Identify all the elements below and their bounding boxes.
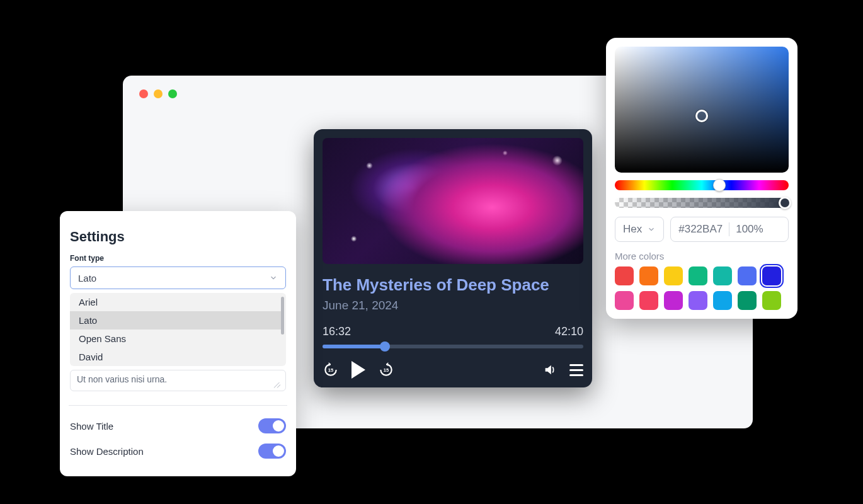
show-description-toggle[interactable] bbox=[258, 444, 286, 459]
swatch-13[interactable] bbox=[762, 291, 781, 310]
swatch-0[interactable] bbox=[615, 266, 634, 285]
font-option-open-sans[interactable]: Open Sans bbox=[70, 329, 282, 348]
chevron-down-icon bbox=[269, 273, 278, 282]
media-artwork bbox=[323, 138, 583, 264]
swatch-12[interactable] bbox=[738, 291, 757, 310]
show-title-toggle[interactable] bbox=[258, 418, 286, 433]
font-option-david[interactable]: David bbox=[70, 348, 282, 366]
swatch-10[interactable] bbox=[689, 291, 707, 310]
toggle-knob bbox=[273, 445, 284, 457]
queue-menu-button[interactable] bbox=[569, 364, 583, 376]
font-option-lato[interactable]: Lato bbox=[70, 311, 282, 329]
volume-icon bbox=[543, 363, 557, 377]
swatch-6[interactable] bbox=[762, 266, 781, 285]
window-minimize-button[interactable] bbox=[154, 89, 163, 98]
time-row: 16:32 42:10 bbox=[323, 325, 583, 338]
media-date: June 21, 2024 bbox=[323, 299, 583, 312]
volume-button[interactable] bbox=[543, 363, 557, 377]
description-textarea[interactable]: Ut non varius nisi urna. bbox=[70, 370, 286, 391]
saturation-value-area[interactable] bbox=[615, 47, 789, 173]
settings-panel: Settings Font type Lato Ariel Lato Open … bbox=[60, 211, 296, 476]
font-option-ariel[interactable]: Ariel bbox=[70, 293, 282, 311]
swatch-1[interactable] bbox=[639, 266, 658, 285]
font-type-label: Font type bbox=[70, 254, 286, 263]
font-type-selected-value: Lato bbox=[78, 273, 96, 284]
toggle-knob bbox=[273, 420, 284, 432]
progress-slider[interactable] bbox=[323, 345, 583, 348]
hex-value: #322BA7 bbox=[678, 223, 723, 236]
alpha-value: 100% bbox=[736, 223, 763, 236]
alpha-thumb[interactable] bbox=[779, 197, 791, 209]
font-type-select[interactable]: Lato bbox=[70, 266, 286, 289]
alpha-slider[interactable] bbox=[615, 198, 789, 208]
color-format-value: Hex bbox=[623, 223, 642, 236]
player-controls: 15 15 bbox=[323, 361, 583, 379]
swatch-3[interactable] bbox=[689, 266, 707, 285]
swatch-11[interactable] bbox=[713, 291, 732, 310]
color-format-select[interactable]: Hex bbox=[615, 217, 664, 242]
media-player: The Mysteries of Deep Space June 21, 202… bbox=[314, 129, 592, 387]
svg-text:15: 15 bbox=[328, 367, 333, 373]
play-icon bbox=[351, 361, 365, 379]
swatches bbox=[615, 266, 789, 310]
hue-thumb[interactable] bbox=[713, 179, 726, 192]
resize-handle-icon[interactable] bbox=[275, 382, 282, 388]
chevron-down-icon bbox=[647, 225, 656, 234]
font-type-dropdown: Ariel Lato Open Sans David bbox=[70, 293, 286, 366]
time-elapsed: 16:32 bbox=[323, 325, 351, 338]
swatch-5[interactable] bbox=[738, 266, 757, 285]
skip-forward-15-button[interactable]: 15 bbox=[378, 362, 394, 378]
skip-back-15-button[interactable]: 15 bbox=[323, 362, 339, 378]
swatch-4[interactable] bbox=[713, 266, 732, 285]
input-divider bbox=[729, 222, 729, 236]
time-duration: 42:10 bbox=[555, 325, 583, 338]
sv-thumb[interactable] bbox=[695, 110, 708, 122]
svg-text:15: 15 bbox=[384, 367, 389, 373]
divider bbox=[69, 405, 287, 406]
progress-fill bbox=[323, 345, 385, 348]
more-colors-label: More colors bbox=[615, 251, 789, 261]
settings-title: Settings bbox=[70, 229, 286, 245]
window-close-button[interactable] bbox=[139, 89, 148, 98]
show-description-row: Show Description bbox=[70, 438, 286, 464]
show-title-label: Show Title bbox=[70, 421, 113, 432]
media-title: The Mysteries of Deep Space bbox=[323, 275, 583, 295]
swatch-2[interactable] bbox=[664, 266, 683, 285]
dropdown-scrollbar[interactable] bbox=[281, 297, 284, 335]
swatch-9[interactable] bbox=[664, 291, 683, 310]
description-value: Ut non varius nisi urna. bbox=[77, 374, 167, 384]
show-description-label: Show Description bbox=[70, 446, 144, 457]
play-button[interactable] bbox=[339, 361, 378, 379]
color-value-input[interactable]: #322BA7 100% bbox=[670, 217, 789, 242]
swatch-7[interactable] bbox=[615, 291, 634, 310]
picker-inputs: Hex #322BA7 100% bbox=[615, 217, 789, 242]
swatch-8[interactable] bbox=[639, 291, 658, 310]
color-picker: Hex #322BA7 100% More colors bbox=[606, 38, 797, 319]
window-maximize-button[interactable] bbox=[168, 89, 177, 98]
progress-thumb[interactable] bbox=[380, 341, 390, 352]
hue-slider[interactable] bbox=[615, 180, 789, 190]
show-title-row: Show Title bbox=[70, 413, 286, 438]
